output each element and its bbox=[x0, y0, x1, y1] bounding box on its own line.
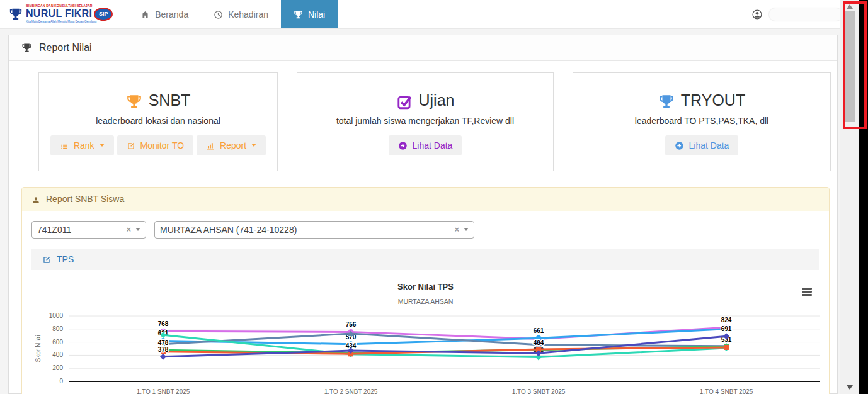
svg-text:484: 484 bbox=[534, 339, 544, 346]
svg-text:691: 691 bbox=[721, 325, 732, 332]
brand-emblem-icon bbox=[9, 8, 23, 21]
summary-cards: SNBT leaderboard lokasi dan nasional Ran… bbox=[9, 61, 837, 187]
clear-icon[interactable]: × bbox=[454, 225, 459, 234]
arrow-circle-right-icon bbox=[398, 140, 408, 151]
panel-body: 741Z011 × MURTAZA AHSAN (741-24-10228) ×… bbox=[22, 211, 829, 394]
nav-item-label: Nilai bbox=[308, 9, 325, 20]
trophy-icon bbox=[126, 91, 142, 110]
redacted-username bbox=[768, 8, 843, 21]
list-icon bbox=[60, 140, 69, 150]
home-icon bbox=[140, 9, 150, 20]
class-select-value: 741Z011 bbox=[37, 225, 122, 235]
page-header: Report Nilai bbox=[9, 35, 837, 61]
svg-text:661: 661 bbox=[534, 327, 544, 334]
card-ujian: Ujian total jumlah siswa mengerjakan TF,… bbox=[297, 72, 554, 171]
button-label: Report bbox=[220, 140, 246, 150]
monitor-to-button[interactable]: Monitor TO bbox=[117, 135, 194, 155]
svg-text:756: 756 bbox=[346, 321, 357, 328]
button-label: Lihat Data bbox=[689, 140, 729, 150]
card-title: Ujian bbox=[419, 91, 455, 110]
svg-text:824: 824 bbox=[721, 317, 732, 324]
lihat-data-tryout-button[interactable]: Lihat Data bbox=[665, 135, 739, 156]
student-select[interactable]: MURTAZA AHSAN (741-24-10228) × bbox=[154, 221, 474, 239]
clear-icon[interactable]: × bbox=[126, 225, 131, 234]
button-label: Lihat Data bbox=[413, 140, 453, 150]
card-title: TRYOUT bbox=[681, 91, 745, 110]
card-tryout: TRYOUT leaderboard TO PTS,PAS,TKA, dll L… bbox=[573, 72, 831, 171]
svg-text:378: 378 bbox=[158, 346, 169, 352]
caret-down-icon bbox=[251, 144, 256, 147]
nav-item-label: Beranda bbox=[155, 9, 188, 20]
chevron-down-icon bbox=[135, 228, 140, 231]
brand-name: NURUL FIKRI bbox=[26, 9, 92, 20]
sip-badge: SIP bbox=[94, 8, 113, 21]
brand-logo[interactable]: BIMBINGAN DAN KONSULTASI BELAJAR NURUL F… bbox=[0, 0, 119, 28]
edit-icon bbox=[42, 254, 51, 264]
tab-tps-label: TPS bbox=[57, 254, 74, 264]
student-select-value: MURTAZA AHSAN (741-24-10228) bbox=[160, 225, 450, 235]
svg-text:0: 0 bbox=[59, 378, 63, 385]
svg-text:1.TO 3 SNBT 2025: 1.TO 3 SNBT 2025 bbox=[512, 388, 566, 394]
arrow-circle-right-icon bbox=[675, 140, 684, 151]
svg-text:400: 400 bbox=[52, 351, 63, 358]
nav-item-beranda[interactable]: Beranda bbox=[128, 0, 201, 28]
card-snbt: SNBT leaderboard lokasi dan nasional Ran… bbox=[38, 72, 278, 171]
nav-item-kehadiran[interactable]: Kehadiran bbox=[201, 0, 281, 28]
bar-chart-icon bbox=[206, 140, 215, 150]
chevron-down-icon bbox=[464, 228, 469, 231]
clock-icon bbox=[214, 9, 223, 20]
report-snbt-panel: Report SNBT Siswa 741Z011 × MURTAZA AHSA… bbox=[21, 187, 830, 394]
button-label: Monitor TO bbox=[140, 140, 185, 150]
svg-text:800: 800 bbox=[52, 325, 63, 332]
card-description: leaderboard TO PTS,PAS,TKA, dll bbox=[573, 116, 830, 126]
trophy-icon bbox=[21, 42, 32, 53]
trophy-icon bbox=[658, 91, 675, 110]
chart-subtitle: MURTAZA AHSAN bbox=[31, 298, 819, 305]
brand-tagline: Kita Maju Bersama Allah Menuju Masa Depa… bbox=[26, 21, 113, 24]
panel-title: Report SNBT Siswa bbox=[46, 194, 124, 204]
svg-text:Skor Nilai: Skor Nilai bbox=[35, 335, 42, 362]
lihat-data-ujian-button[interactable]: Lihat Data bbox=[389, 135, 462, 156]
trophy-icon bbox=[294, 9, 303, 20]
edit-icon bbox=[127, 140, 135, 150]
card-description: total jumlah siswa mengerjakan TF,Review… bbox=[297, 116, 553, 126]
chart-title: Skor Nilai TPS bbox=[31, 282, 819, 291]
svg-text:1000: 1000 bbox=[49, 312, 64, 319]
content-wrapper: Report Nilai SNBT leaderboard lokasi dan… bbox=[8, 35, 838, 394]
report-button[interactable]: Report bbox=[197, 135, 266, 155]
user-circle-icon bbox=[751, 8, 763, 20]
svg-text:1.TO 1 SNBT 2025: 1.TO 1 SNBT 2025 bbox=[137, 388, 190, 394]
panel-heading: Report SNBT Siswa bbox=[22, 188, 829, 211]
card-title: SNBT bbox=[149, 91, 191, 110]
nav-item-label: Kehadiran bbox=[228, 9, 268, 20]
person-icon bbox=[31, 194, 40, 204]
svg-text:1.TO 4 SNBT 2025: 1.TO 4 SNBT 2025 bbox=[700, 388, 753, 394]
check-square-icon bbox=[396, 91, 413, 110]
card-description: leaderboard lokasi dan nasional bbox=[39, 116, 277, 126]
top-navbar: BIMBINGAN DAN KONSULTASI BELAJAR NURUL F… bbox=[0, 0, 868, 29]
chart-menu-icon[interactable] bbox=[802, 288, 812, 297]
button-label: Rank bbox=[74, 140, 94, 150]
svg-text:600: 600 bbox=[52, 338, 63, 345]
nav-item-nilai[interactable]: Nilai bbox=[281, 0, 338, 28]
svg-text:768: 768 bbox=[158, 320, 169, 327]
line-chart-canvas: 02004006008001000Skor Nilai1.TO 1 SNBT 2… bbox=[31, 274, 821, 394]
svg-text:1.TO 2 SNBT 2025: 1.TO 2 SNBT 2025 bbox=[324, 388, 378, 394]
caret-down-icon bbox=[100, 144, 105, 147]
nav-menu: Beranda Kehadiran Nilai bbox=[128, 0, 338, 28]
rank-button[interactable]: Rank bbox=[50, 135, 114, 155]
annotation-highlight-box bbox=[843, 1, 867, 129]
tab-tps[interactable]: TPS bbox=[31, 249, 819, 270]
class-select[interactable]: 741Z011 × bbox=[31, 221, 146, 239]
page-title: Report Nilai bbox=[39, 42, 92, 53]
tps-score-chart: 02004006008001000Skor Nilai1.TO 1 SNBT 2… bbox=[31, 274, 819, 394]
svg-text:478: 478 bbox=[158, 339, 169, 346]
svg-text:200: 200 bbox=[52, 364, 63, 371]
scroll-down-icon[interactable] bbox=[847, 385, 853, 390]
